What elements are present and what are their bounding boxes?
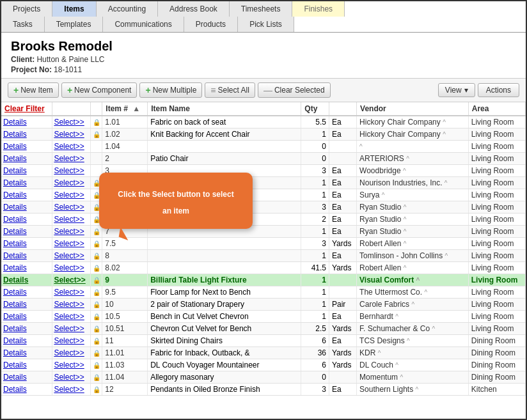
item-name: Billiard Table Light Fixture	[148, 274, 301, 286]
nav-products[interactable]: Products	[184, 17, 238, 32]
details-button[interactable]: Details	[1, 384, 52, 396]
select-all-button[interactable]: ≡ Select All	[205, 82, 255, 98]
nav-templates[interactable]: Templates	[45, 17, 104, 32]
details-button[interactable]: Details	[1, 274, 52, 286]
table-row: Details Select>> 🔒 10 2 pair of Stationa…	[1, 299, 526, 311]
nav-pick-lists[interactable]: Pick Lists	[238, 17, 294, 32]
area-name: Living Room	[468, 286, 525, 299]
select-button[interactable]: Select>>	[52, 323, 90, 335]
details-button[interactable]: Details	[1, 238, 52, 250]
details-button[interactable]: Details	[1, 262, 52, 274]
new-component-button[interactable]: + New Component	[61, 82, 138, 98]
details-button[interactable]: Details	[1, 371, 52, 384]
col-item-name: Item Name	[148, 102, 301, 116]
select-button[interactable]: Select>>	[52, 116, 90, 128]
details-button[interactable]: Details	[1, 214, 52, 226]
dash-icon: —	[264, 85, 272, 95]
select-button[interactable]: Select>>	[52, 177, 90, 189]
lock-icon	[90, 141, 102, 153]
details-button[interactable]: Details	[1, 359, 52, 371]
caret-icon: ^	[443, 131, 446, 138]
select-button[interactable]: Select>>	[52, 274, 90, 286]
item-number: 11	[102, 335, 148, 347]
details-button[interactable]: Details	[1, 177, 52, 189]
select-button[interactable]: Select>>	[52, 226, 90, 238]
view-button[interactable]: View ▾	[438, 83, 475, 97]
unit: Ea	[329, 250, 357, 262]
nav-address-book[interactable]: Address Book	[158, 1, 230, 17]
col-item-num[interactable]: Item # ▲	[102, 102, 148, 116]
area-name: Living Room	[468, 214, 525, 226]
nav-communications[interactable]: Communications	[103, 17, 184, 32]
nav-tasks[interactable]: Tasks	[1, 17, 45, 32]
item-name: Floor Lamp for Next to Bench	[148, 286, 301, 299]
lock-icon: 🔒	[90, 250, 102, 262]
new-item-button[interactable]: + New Item	[8, 82, 59, 98]
plus-icon: +	[13, 85, 19, 95]
details-button[interactable]: Details	[1, 335, 52, 347]
caret-icon: ^	[404, 204, 407, 211]
unit: Yards	[329, 347, 357, 359]
details-button[interactable]: Details	[1, 347, 52, 359]
quantity: 2	[301, 214, 329, 226]
details-button[interactable]: Details	[1, 201, 52, 214]
tooltip-text: Click the Select button to select an ite…	[118, 190, 233, 215]
details-button[interactable]: Details	[1, 116, 52, 128]
item-number: 10.51	[102, 323, 148, 335]
unit	[329, 153, 357, 165]
details-button[interactable]: Details	[1, 286, 52, 299]
details-button[interactable]: Details	[1, 189, 52, 201]
select-button[interactable]: Select>>	[52, 371, 90, 384]
details-button[interactable]: Details	[1, 311, 52, 323]
actions-button[interactable]: Actions	[478, 83, 519, 97]
nav-row-1: Projects Items Accounting Address Book T…	[1, 1, 526, 17]
clear-filter-link[interactable]: Clear Filter	[4, 104, 45, 113]
select-button[interactable]: Select>>	[52, 189, 90, 201]
clear-selected-button[interactable]: — Clear Selected	[258, 82, 331, 98]
table-row: Details Select>> 🔒 1.01 Fabric on back o…	[1, 116, 526, 128]
details-button[interactable]: Details	[1, 323, 52, 335]
select-button[interactable]: Select>>	[52, 141, 90, 153]
quantity: 41.5	[301, 262, 329, 274]
details-button[interactable]: Details	[1, 299, 52, 311]
select-button[interactable]: Select>>	[52, 214, 90, 226]
select-button[interactable]: Select>>	[52, 311, 90, 323]
table-row: Details Select>> 🔒 4.01 1 Ea Surya ^ Liv…	[1, 189, 526, 201]
nav-projects[interactable]: Projects	[1, 1, 52, 17]
nav-timesheets[interactable]: Timesheets	[230, 1, 293, 17]
select-button[interactable]: Select>>	[52, 384, 90, 396]
details-button[interactable]: Details	[1, 153, 52, 165]
details-button[interactable]: Details	[1, 250, 52, 262]
quantity: 1	[301, 311, 329, 323]
vendor-name: F. Schumacher & Co ^	[357, 323, 469, 335]
details-button[interactable]: Details	[1, 141, 52, 153]
nav-items[interactable]: Items	[52, 1, 96, 17]
unit: Ea	[329, 384, 357, 396]
nav-finishes[interactable]: Finishes	[292, 1, 345, 17]
select-button[interactable]: Select>>	[52, 128, 90, 141]
nav-accounting[interactable]: Accounting	[97, 1, 158, 17]
select-button[interactable]: Select>>	[52, 201, 90, 214]
select-button[interactable]: Select>>	[52, 347, 90, 359]
new-multiple-button[interactable]: + New Multiple	[139, 82, 202, 98]
item-number: 11.04	[102, 371, 148, 384]
select-button[interactable]: Select>>	[52, 299, 90, 311]
select-button[interactable]: Select>>	[52, 286, 90, 299]
select-button[interactable]: Select>>	[52, 359, 90, 371]
select-button[interactable]: Select>>	[52, 335, 90, 347]
details-button[interactable]: Details	[1, 165, 52, 177]
area-name: Living Room	[468, 311, 525, 323]
details-button[interactable]: Details	[1, 226, 52, 238]
item-number: 8	[102, 250, 148, 262]
chevron-down-icon: ▾	[464, 86, 468, 95]
select-button[interactable]: Select>>	[52, 153, 90, 165]
table-row: Details Select>> 🔒 5 3 Ea Ryan Studio ^ …	[1, 201, 526, 214]
col-filter: Clear Filter	[1, 102, 52, 116]
project-info: Project No: 18-1011	[11, 65, 516, 74]
tooltip-overlay: Click the Select button to select an ite…	[99, 173, 253, 229]
select-button[interactable]: Select>>	[52, 250, 90, 262]
select-button[interactable]: Select>>	[52, 238, 90, 250]
select-button[interactable]: Select>>	[52, 262, 90, 274]
details-button[interactable]: Details	[1, 128, 52, 141]
select-button[interactable]: Select>>	[52, 165, 90, 177]
